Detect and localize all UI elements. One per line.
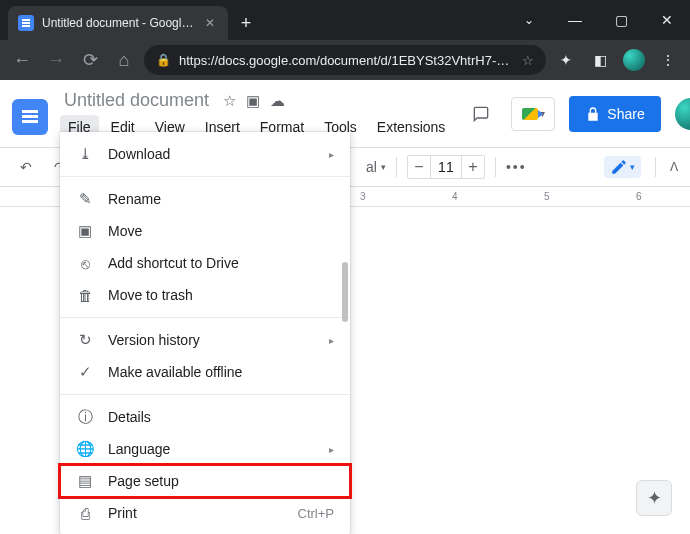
account-avatar[interactable] [675, 98, 690, 130]
menu-item-label: Page setup [108, 473, 179, 489]
ruler-tick: 6 [636, 191, 642, 202]
print-icon: ⎙ [76, 504, 94, 522]
offline-icon: ✓ [76, 363, 94, 381]
pencil-icon [610, 158, 628, 176]
menu-item-label: Make available offline [108, 364, 242, 380]
docs-logo-icon[interactable] [12, 99, 48, 135]
chrome-menu-icon[interactable]: ⋮ [654, 46, 682, 74]
browser-tab[interactable]: Untitled document - Google Doc ✕ [8, 6, 228, 40]
toolbar-separator [396, 157, 397, 177]
menu-item-history[interactable]: ↻Version history▸ [60, 324, 350, 356]
menu-item-label: Print [108, 505, 137, 521]
menu-item-language[interactable]: 🌐Language▸ [60, 433, 350, 465]
docs-favicon [18, 15, 34, 31]
menu-divider [60, 394, 350, 395]
extensions-puzzle-icon[interactable]: ✦ [552, 46, 580, 74]
browser-toolbar: ← → ⟳ ⌂ 🔒 https://docs.google.com/docume… [0, 40, 690, 80]
menu-item-label: Version history [108, 332, 200, 348]
bookmark-star-icon[interactable]: ☆ [522, 53, 534, 68]
menu-item-shortcut[interactable]: ⎋Add shortcut to Drive [60, 247, 350, 279]
extension-icons: ✦ ◧ ⋮ [552, 46, 682, 74]
editing-mode-button[interactable]: ▾ [604, 156, 641, 178]
download-icon: ⤓ [76, 145, 94, 163]
paragraph-style-dropdown[interactable]: al ▾ [366, 159, 386, 175]
meet-camera-icon [522, 108, 538, 120]
file-menu-dropdown: ⤓Download▸✎Rename▣Move⎋Add shortcut to D… [60, 132, 350, 534]
explore-button[interactable]: ✦ [636, 480, 672, 516]
pagesetup-icon: ▤ [76, 472, 94, 490]
shortcut-icon: ⎋ [76, 254, 94, 272]
menu-item-download[interactable]: ⤓Download▸ [60, 138, 350, 170]
cloud-status-icon[interactable]: ☁ [270, 92, 285, 110]
menu-shortcut: Ctrl+P [298, 506, 334, 521]
maximize-button[interactable]: ▢ [598, 0, 644, 40]
comment-history-icon[interactable] [465, 98, 497, 130]
toolbar-separator [495, 157, 496, 177]
decrease-font-button[interactable]: − [408, 156, 430, 178]
tab-title: Untitled document - Google Doc [42, 16, 194, 30]
ruler-tick: 3 [360, 191, 366, 202]
rename-icon: ✎ [76, 190, 94, 208]
share-button-label: Share [607, 106, 644, 122]
menu-item-move[interactable]: ▣Move [60, 215, 350, 247]
lock-icon: 🔒 [156, 53, 171, 67]
panel-icon[interactable]: ◧ [586, 46, 614, 74]
move-icon: ▣ [76, 222, 94, 240]
menu-item-label: Details [108, 409, 151, 425]
forward-button[interactable]: → [42, 46, 70, 74]
paragraph-style-label: al [366, 159, 377, 175]
menu-item-label: Move to trash [108, 287, 193, 303]
collapse-toolbar-button[interactable]: ᐱ [670, 160, 678, 174]
move-folder-icon[interactable]: ▣ [246, 92, 260, 110]
docs-header: Untitled document ☆ ▣ ☁ FileEditViewInse… [0, 80, 690, 139]
share-button[interactable]: Share [569, 96, 660, 132]
close-window-button[interactable]: ✕ [644, 0, 690, 40]
star-icon[interactable]: ☆ [223, 92, 236, 110]
chevron-down-icon: ▾ [381, 162, 386, 172]
submenu-arrow-icon: ▸ [329, 149, 334, 160]
tab-search-icon[interactable]: ⌄ [506, 0, 552, 40]
browser-titlebar: Untitled document - Google Doc ✕ + ⌄ — ▢… [0, 0, 690, 40]
ruler-tick: 5 [544, 191, 550, 202]
history-icon: ↻ [76, 331, 94, 349]
increase-font-button[interactable]: + [462, 156, 484, 178]
menu-item-details[interactable]: ⓘDetails [60, 401, 350, 433]
new-tab-button[interactable]: + [232, 9, 260, 37]
menu-item-trash[interactable]: 🗑Move to trash [60, 279, 350, 311]
window-controls: ⌄ — ▢ ✕ [506, 0, 690, 40]
menu-item-label: Add shortcut to Drive [108, 255, 239, 271]
menu-divider [60, 176, 350, 177]
menu-item-pagesetup[interactable]: ▤Page setup [60, 465, 350, 497]
back-button[interactable]: ← [8, 46, 36, 74]
profile-avatar-icon[interactable] [620, 46, 648, 74]
ruler-tick: 4 [452, 191, 458, 202]
menu-item-label: Language [108, 441, 170, 457]
trash-icon: 🗑 [76, 286, 94, 304]
menu-item-offline[interactable]: ✓Make available offline [60, 356, 350, 388]
minimize-button[interactable]: — [552, 0, 598, 40]
menu-item-label: Rename [108, 191, 161, 207]
header-right: ▾ Share [465, 96, 690, 132]
undo-button[interactable]: ↶ [12, 153, 40, 181]
menu-item-print[interactable]: ⎙PrintCtrl+P [60, 497, 350, 529]
url-text: https://docs.google.com/document/d/1EBYS… [179, 53, 514, 68]
font-size-value[interactable]: 11 [430, 156, 462, 178]
reload-button[interactable]: ⟳ [76, 46, 104, 74]
menu-item-label: Download [108, 146, 170, 162]
toolbar-more-button[interactable]: ••• [506, 159, 527, 175]
font-size-control: − 11 + [407, 155, 485, 179]
menu-divider [60, 317, 350, 318]
document-title[interactable]: Untitled document [60, 88, 213, 113]
details-icon: ⓘ [76, 408, 94, 426]
tab-close-icon[interactable]: ✕ [202, 16, 218, 30]
address-bar[interactable]: 🔒 https://docs.google.com/document/d/1EB… [144, 45, 546, 75]
meet-button[interactable]: ▾ [511, 97, 555, 131]
menu-item-rename[interactable]: ✎Rename [60, 183, 350, 215]
chevron-down-icon: ▾ [630, 162, 635, 172]
submenu-arrow-icon: ▸ [329, 335, 334, 346]
home-button[interactable]: ⌂ [110, 46, 138, 74]
language-icon: 🌐 [76, 440, 94, 458]
submenu-arrow-icon: ▸ [329, 444, 334, 455]
toolbar-separator [655, 157, 656, 177]
menu-extensions[interactable]: Extensions [369, 115, 453, 139]
